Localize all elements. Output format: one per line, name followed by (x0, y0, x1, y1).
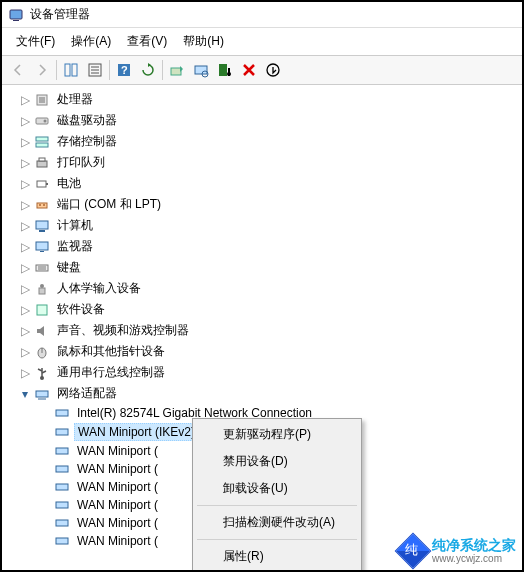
watermark-logo-icon (395, 532, 432, 569)
computer-icon (34, 218, 50, 234)
svg-rect-0 (10, 10, 22, 19)
nic-icon (54, 479, 70, 495)
svg-rect-20 (36, 137, 48, 141)
svg-rect-23 (39, 158, 45, 161)
tree-node-diskdrive[interactable]: ▷ 磁盘驱动器 (18, 110, 522, 131)
tree-label: WAN Miniport ( (74, 461, 161, 477)
nic-icon (54, 443, 70, 459)
properties-button[interactable] (83, 58, 107, 82)
svg-rect-50 (56, 502, 68, 508)
expand-icon[interactable]: ▷ (18, 156, 32, 170)
svg-point-36 (40, 284, 44, 288)
context-update-driver[interactable]: 更新驱动程序(P) (195, 421, 359, 448)
tree-label: 人体学输入设备 (54, 279, 144, 298)
expand-icon[interactable]: ▷ (18, 261, 32, 275)
printer-icon (34, 155, 50, 171)
tree-node-printqueue[interactable]: ▷ 打印队列 (18, 152, 522, 173)
back-button[interactable] (6, 58, 30, 82)
refresh-button[interactable] (136, 58, 160, 82)
menu-action[interactable]: 操作(A) (63, 30, 119, 53)
context-disable-device[interactable]: 禁用设备(D) (195, 448, 359, 475)
context-properties[interactable]: 属性(R) (195, 543, 359, 570)
tree-label: 软件设备 (54, 300, 108, 319)
tree-node-hid[interactable]: ▷ 人体学输入设备 (18, 278, 522, 299)
tree-node-monitor[interactable]: ▷ 监视器 (18, 236, 522, 257)
svg-rect-24 (37, 181, 46, 187)
tree-node-computer[interactable]: ▷ 计算机 (18, 215, 522, 236)
menu-view[interactable]: 查看(V) (119, 30, 175, 53)
svg-point-28 (43, 204, 45, 206)
menu-file[interactable]: 文件(F) (8, 30, 63, 53)
context-uninstall-device[interactable]: 卸载设备(U) (195, 475, 359, 502)
svg-rect-10 (171, 68, 181, 75)
tree-label: 存储控制器 (54, 132, 120, 151)
tree-node-sound[interactable]: ▷ 声音、视频和游戏控制器 (18, 320, 522, 341)
context-menu[interactable]: 更新驱动程序(P) 禁用设备(D) 卸载设备(U) 扫描检测硬件改动(A) 属性… (192, 418, 362, 572)
expand-icon[interactable]: ▷ (18, 324, 32, 338)
forward-button[interactable] (30, 58, 54, 82)
tree-label-selected: WAN Miniport (IKEv2) (74, 423, 199, 441)
monitor-icon (34, 239, 50, 255)
help-button[interactable]: ? (112, 58, 136, 82)
scan-hardware-button[interactable] (189, 58, 213, 82)
tree-node-storagectrl[interactable]: ▷ 存储控制器 (18, 131, 522, 152)
show-hide-tree-button[interactable] (59, 58, 83, 82)
tree-node-swdevice[interactable]: ▷ 软件设备 (18, 299, 522, 320)
nic-icon (54, 533, 70, 549)
svg-rect-2 (65, 64, 70, 76)
svg-rect-21 (36, 143, 48, 147)
svg-rect-22 (37, 161, 47, 167)
collapse-icon[interactable]: ▾ (18, 387, 32, 401)
expand-icon[interactable]: ▷ (18, 135, 32, 149)
svg-rect-26 (37, 203, 47, 208)
expand-icon[interactable]: ▷ (18, 345, 32, 359)
tree-node-usb[interactable]: ▷ 通用串行总线控制器 (18, 362, 522, 383)
tree-node-netadapter[interactable]: ▾ 网络适配器 (18, 383, 522, 404)
svg-point-19 (44, 119, 47, 122)
sound-icon (34, 323, 50, 339)
svg-rect-37 (39, 288, 45, 294)
processor-icon (34, 92, 50, 108)
tree-label: WAN Miniport ( (74, 479, 161, 495)
expand-icon[interactable]: ▷ (18, 219, 32, 233)
expand-icon[interactable]: ▷ (18, 240, 32, 254)
svg-rect-1 (13, 20, 19, 21)
disable-device-button[interactable] (213, 58, 237, 82)
menu-help[interactable]: 帮助(H) (175, 30, 232, 53)
svg-rect-49 (56, 484, 68, 490)
tree-label: 处理器 (54, 90, 96, 109)
svg-rect-29 (36, 221, 48, 229)
update-driver-button[interactable] (165, 58, 189, 82)
uninstall-device-button[interactable] (237, 58, 261, 82)
expand-icon[interactable]: ▷ (18, 366, 32, 380)
expand-icon[interactable]: ▷ (18, 282, 32, 296)
tree-node-mouse[interactable]: ▷ 鼠标和其他指针设备 (18, 341, 522, 362)
expand-icon[interactable]: ▷ (18, 198, 32, 212)
svg-rect-17 (39, 97, 45, 103)
svg-rect-3 (72, 64, 77, 76)
context-scan-hardware[interactable]: 扫描检测硬件改动(A) (195, 509, 359, 536)
toolbar-separator (162, 60, 163, 80)
expand-icon[interactable]: ▷ (18, 114, 32, 128)
tree-label: 端口 (COM 和 LPT) (54, 195, 164, 214)
tree-node-keyboard[interactable]: ▷ 键盘 (18, 257, 522, 278)
tree-node-battery[interactable]: ▷ 电池 (18, 173, 522, 194)
titlebar: 设备管理器 (2, 2, 522, 28)
diskdrive-icon (34, 113, 50, 129)
nic-icon (54, 515, 70, 531)
tree-label: 鼠标和其他指针设备 (54, 342, 168, 361)
tree-node-ports[interactable]: ▷ 端口 (COM 和 LPT) (18, 194, 522, 215)
svg-rect-31 (36, 242, 48, 250)
nic-icon (54, 497, 70, 513)
tree-label: 监视器 (54, 237, 96, 256)
hid-icon (34, 281, 50, 297)
add-legacy-button[interactable] (261, 58, 285, 82)
menubar: 文件(F) 操作(A) 查看(V) 帮助(H) (2, 28, 522, 55)
expand-icon[interactable]: ▷ (18, 303, 32, 317)
watermark-url: www.ycwjz.com (432, 553, 516, 564)
expand-icon[interactable]: ▷ (18, 177, 32, 191)
tree-node-processor[interactable]: ▷ 处理器 (18, 89, 522, 110)
svg-rect-25 (46, 183, 48, 185)
expand-icon[interactable]: ▷ (18, 93, 32, 107)
usb-icon (34, 365, 50, 381)
